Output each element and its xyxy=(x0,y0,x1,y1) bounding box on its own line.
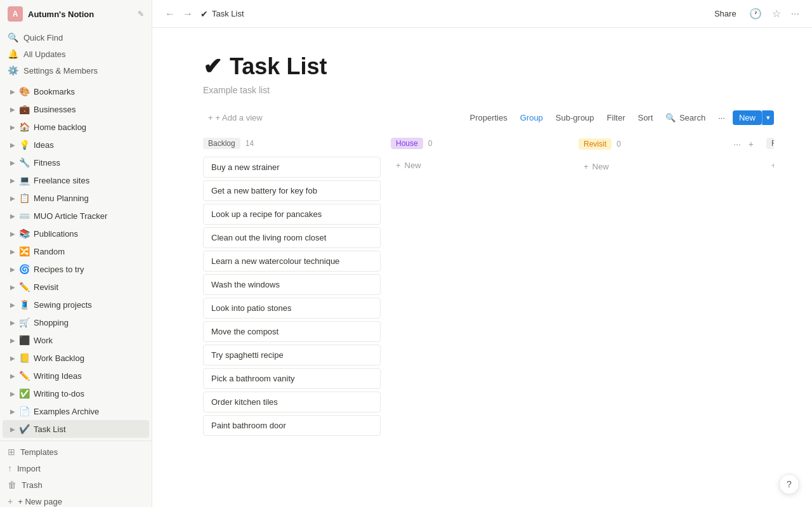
subgroup-button[interactable]: Sub-group xyxy=(551,110,599,125)
chevron-icon: ▶ xyxy=(8,211,18,221)
sidebar-item-businesses[interactable]: ▶ 💼 Businesses xyxy=(3,100,149,118)
plus-icon: + xyxy=(8,496,13,506)
column-add-button[interactable]: + xyxy=(746,138,756,150)
task-card[interactable]: Get a new battery for key fob xyxy=(203,180,381,201)
star-button[interactable]: ☆ xyxy=(769,5,783,22)
task-card[interactable]: Learn a new watercolour technique xyxy=(203,251,381,272)
chevron-icon: ▶ xyxy=(8,335,18,345)
add-new-card-house[interactable]: + New xyxy=(391,157,568,174)
properties-button[interactable]: Properties xyxy=(464,110,512,125)
sidebar-item-fitness[interactable]: ▶ 🔧 Fitness xyxy=(3,154,149,171)
column-tag-revisit[interactable]: Revisit xyxy=(579,138,612,150)
sidebar-item-bookmarks[interactable]: ▶ 🎨 Bookmarks xyxy=(3,82,149,100)
sidebar-item-work-backlog[interactable]: ▶ 📒 Work Backlog xyxy=(3,349,149,367)
workspace-header[interactable]: A Autumn's Notion ✎ xyxy=(0,0,152,28)
templates-icon: ⊞ xyxy=(8,447,15,457)
sidebar-item-freelance-sites[interactable]: ▶ 💻 Freelance sites xyxy=(3,171,149,189)
task-card[interactable]: Paint bathroom door xyxy=(203,415,381,436)
sidebar-all-updates[interactable]: 🔔 All Updates xyxy=(3,46,149,62)
sidebar-item-recipes[interactable]: ▶ 🌀 Recipes to try xyxy=(3,260,149,278)
task-card[interactable]: Order kitchen tiles xyxy=(203,392,381,412)
chevron-icon: ▶ xyxy=(8,175,18,185)
task-card[interactable]: Move the compost xyxy=(203,321,381,342)
column-header-backlog: Backlog 14 xyxy=(203,135,381,152)
column-header-recommendations: Recommenda... xyxy=(766,135,774,152)
breadcrumb-label: Task List xyxy=(212,9,244,18)
sidebar-item-writing-ideas[interactable]: ▶ ✏️ Writing Ideas xyxy=(3,367,149,385)
sidebar-item-shopping[interactable]: ▶ 🛒 Shopping xyxy=(3,313,149,331)
page-icon: ✔ xyxy=(200,9,208,19)
column-tag-recommendations[interactable]: Recommenda... xyxy=(766,138,774,149)
column-tag-house[interactable]: House xyxy=(391,138,423,149)
more-button[interactable]: ··· xyxy=(789,6,802,22)
sidebar-item-home-backlog[interactable]: ▶ 🏠 Home backlog xyxy=(3,118,149,136)
chevron-icon: ▶ xyxy=(8,300,18,310)
task-card[interactable]: Buy a new strainer xyxy=(203,157,381,178)
sidebar-item-writing-todos[interactable]: ▶ ✅ Writing to-dos xyxy=(3,385,149,402)
task-card[interactable]: Look up a recipe for pancakes xyxy=(203,204,381,225)
column-tag-backlog[interactable]: Backlog xyxy=(203,138,240,149)
plus-icon: + xyxy=(771,161,774,170)
new-page-button[interactable]: + + New page xyxy=(3,493,149,507)
task-card[interactable]: Clean out the living room closet xyxy=(203,227,381,248)
sidebar-item-publications[interactable]: ▶ 📚 Publications xyxy=(3,225,149,242)
sidebar-templates[interactable]: ⊞ Templates xyxy=(3,444,149,460)
filter-button[interactable]: Filter xyxy=(602,110,631,125)
nav-buttons: ← → xyxy=(162,7,195,21)
board-column-house: House 0 + New xyxy=(391,135,568,174)
chevron-icon: ▶ xyxy=(8,264,18,274)
new-button-dropdown[interactable]: ▾ xyxy=(762,110,774,125)
group-button[interactable]: Group xyxy=(515,110,548,125)
column-more-button[interactable]: ··· xyxy=(731,138,743,150)
sidebar-item-menu-planning[interactable]: ▶ 📋 Menu Planning xyxy=(3,189,149,207)
sidebar-bottom: ⊞ Templates ↑ Import 🗑 Trash + + New pag… xyxy=(0,440,152,507)
page-title-text: Task List xyxy=(230,53,327,80)
more-options-button[interactable]: ··· xyxy=(713,110,730,125)
add-new-card-recommendations[interactable]: + New xyxy=(766,157,774,174)
plus-icon: + xyxy=(396,161,401,170)
new-button-group: New ▾ xyxy=(733,110,774,125)
help-button[interactable]: ? xyxy=(779,474,799,494)
task-card[interactable]: Pick a bathroom vanity xyxy=(203,368,381,389)
history-button[interactable]: 🕐 xyxy=(747,5,764,22)
sidebar-quick-find[interactable]: 🔍 Quick Find xyxy=(3,29,149,46)
sidebar-item-ideas[interactable]: ▶ 💡 Ideas xyxy=(3,136,149,154)
sidebar: A Autumn's Notion ✎ 🔍 Quick Find 🔔 All U… xyxy=(0,0,152,507)
bell-icon: 🔔 xyxy=(8,49,18,59)
gear-icon: ⚙️ xyxy=(8,65,18,76)
sidebar-settings[interactable]: ⚙️ Settings & Members xyxy=(3,62,149,79)
sidebar-import[interactable]: ↑ Import xyxy=(3,460,149,477)
search-icon: 🔍 xyxy=(8,32,18,43)
chevron-icon: ▶ xyxy=(8,353,18,363)
share-button[interactable]: Share xyxy=(709,6,742,21)
trash-icon: 🗑 xyxy=(8,480,16,490)
sidebar-item-muo[interactable]: ▶ ⌨️ MUO Article Tracker xyxy=(3,207,149,225)
task-card[interactable]: Wash the windows xyxy=(203,274,381,295)
sort-button[interactable]: Sort xyxy=(632,110,658,125)
search-button[interactable]: 🔍 Search xyxy=(660,110,710,125)
sidebar-item-revisit[interactable]: ▶ ✏️ Revisit xyxy=(3,278,149,296)
help-icon: ? xyxy=(787,479,792,489)
board: Backlog 14 Buy a new strainer Get a new … xyxy=(203,135,774,438)
sidebar-item-examples-archive[interactable]: ▶ 📄 Examples Archive xyxy=(3,402,149,420)
sidebar-item-sewing[interactable]: ▶ 🧵 Sewing projects xyxy=(3,296,149,313)
task-card[interactable]: Try spaghetti recipe xyxy=(203,345,381,365)
forward-button[interactable]: → xyxy=(180,7,195,21)
sidebar-trash[interactable]: 🗑 Trash xyxy=(3,477,149,493)
sidebar-item-task-list[interactable]: ▶ ✔️ Task List xyxy=(3,420,149,438)
column-header-revisit: Revisit 0 ··· + xyxy=(579,135,756,153)
sidebar-item-work[interactable]: ▶ ⬛ Work xyxy=(3,331,149,349)
workspace-avatar: A xyxy=(8,6,23,22)
chevron-icon: ▶ xyxy=(8,157,18,168)
add-new-card-revisit[interactable]: + New xyxy=(579,158,756,175)
chevron-icon: ▶ xyxy=(8,406,18,416)
task-card[interactable]: Look into patio stones xyxy=(203,298,381,319)
more-icon: ··· xyxy=(791,8,799,19)
add-view-button[interactable]: + + Add a view xyxy=(203,110,268,125)
chevron-icon: ▶ xyxy=(8,86,18,96)
back-button[interactable]: ← xyxy=(162,7,178,21)
chevron-icon: ▶ xyxy=(8,388,18,398)
chevron-icon: ▶ xyxy=(8,424,18,434)
new-button[interactable]: New xyxy=(733,110,762,125)
sidebar-item-random[interactable]: ▶ 🔀 Random xyxy=(3,242,149,260)
